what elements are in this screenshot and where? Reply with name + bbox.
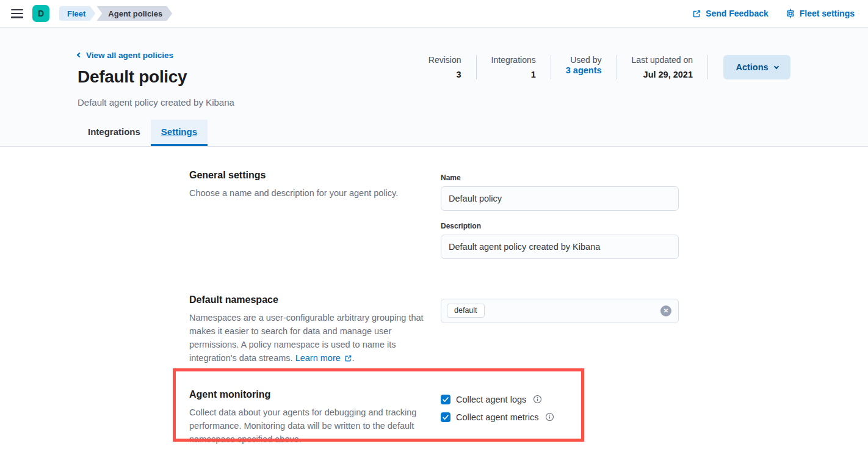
collect-agent-metrics-row: Collect agent metrics (441, 412, 679, 422)
stat-used-by: Used by 3 agents (551, 55, 617, 79)
learn-more-link[interactable]: Learn more (295, 353, 352, 363)
collect-agent-metrics-checkbox[interactable] (441, 412, 450, 422)
name-input[interactable] (441, 186, 679, 211)
tab-integrations[interactable]: Integrations (78, 120, 151, 146)
stat-label: Integrations (491, 55, 536, 65)
breadcrumb-agent-policies: Agent policies (96, 6, 172, 21)
agent-monitoring-title: Agent monitoring (189, 389, 427, 400)
description-input[interactable] (441, 235, 679, 259)
collect-agent-logs-checkbox[interactable] (441, 395, 450, 404)
general-settings-description: Choose a name and description for your a… (189, 186, 427, 200)
stat-label: Used by (566, 55, 602, 65)
stat-revision: Revision 3 (414, 55, 477, 79)
stat-value: 1 (491, 70, 536, 79)
breadcrumb: Fleet Agent policies (59, 6, 172, 21)
header-left: View all agent policies Default policy D… (78, 48, 234, 108)
clear-namespace-button[interactable]: ✕ (660, 305, 671, 316)
menu-icon[interactable] (11, 9, 23, 18)
chevron-left-icon (77, 53, 82, 57)
section-agent-monitoring: Agent monitoring Collect data about your… (189, 389, 679, 446)
tab-bar: Integrations Settings (78, 120, 790, 146)
page-header: View all agent policies Default policy D… (0, 27, 868, 147)
general-settings-title: General settings (189, 170, 427, 181)
send-feedback-link[interactable]: Send Feedback (692, 9, 769, 18)
description-field-label: Description (441, 222, 679, 230)
namespace-combobox[interactable]: default ✕ (441, 299, 679, 323)
section-default-namespace: Default namespace Namespaces are a user-… (189, 294, 679, 365)
default-namespace-title: Default namespace (189, 294, 427, 305)
default-namespace-description: Namespaces are a user-configurable arbit… (189, 311, 427, 365)
send-feedback-label: Send Feedback (706, 9, 769, 18)
external-link-icon (692, 9, 701, 18)
namespace-tag[interactable]: default (447, 304, 485, 318)
agents-link[interactable]: 3 agents (566, 65, 602, 75)
settings-panel: General settings Choose a name and descr… (0, 147, 868, 446)
space-avatar[interactable]: D (32, 5, 49, 22)
agent-monitoring-description: Collect data about your agents for debug… (189, 406, 427, 446)
collect-agent-metrics-label: Collect agent metrics (456, 412, 538, 422)
top-bar: D Fleet Agent policies Send Feedback Fle… (0, 0, 868, 27)
stat-integrations: Integrations 1 (477, 55, 551, 79)
sentence-period: . (352, 353, 355, 363)
policy-stats: Revision 3 Integrations 1 Used by 3 agen… (414, 55, 708, 79)
gear-icon (786, 9, 795, 18)
page-subtitle: Default agent policy created by Kibana (78, 97, 234, 108)
section-general-settings: General settings Choose a name and descr… (189, 170, 679, 270)
back-link-label: View all agent policies (86, 51, 173, 60)
fleet-settings-link[interactable]: Fleet settings (786, 9, 855, 18)
actions-button-label: Actions (736, 62, 768, 72)
stat-value: Jul 29, 2021 (632, 70, 693, 79)
actions-button[interactable]: Actions (723, 55, 790, 79)
back-link[interactable]: View all agent policies (78, 51, 173, 60)
learn-more-label: Learn more (295, 353, 341, 363)
stat-last-updated: Last updated on Jul 29, 2021 (617, 55, 708, 79)
page-title: Default policy (78, 67, 234, 87)
chevron-down-icon (773, 64, 778, 68)
info-icon[interactable] (545, 412, 554, 422)
breadcrumb-fleet[interactable]: Fleet (59, 6, 95, 21)
header-right: Revision 3 Integrations 1 Used by 3 agen… (414, 55, 790, 79)
collect-agent-logs-label: Collect agent logs (456, 395, 526, 404)
external-link-icon (344, 354, 352, 362)
name-field-label: Name (441, 173, 679, 182)
topbar-actions: Send Feedback Fleet settings (692, 9, 858, 18)
stat-label: Revision (429, 55, 461, 65)
stat-label: Last updated on (632, 55, 693, 65)
info-icon[interactable] (533, 395, 542, 404)
stat-value: 3 (429, 70, 461, 79)
collect-agent-logs-row: Collect agent logs (441, 395, 679, 404)
fleet-settings-label: Fleet settings (800, 9, 855, 18)
tab-settings[interactable]: Settings (151, 120, 208, 146)
